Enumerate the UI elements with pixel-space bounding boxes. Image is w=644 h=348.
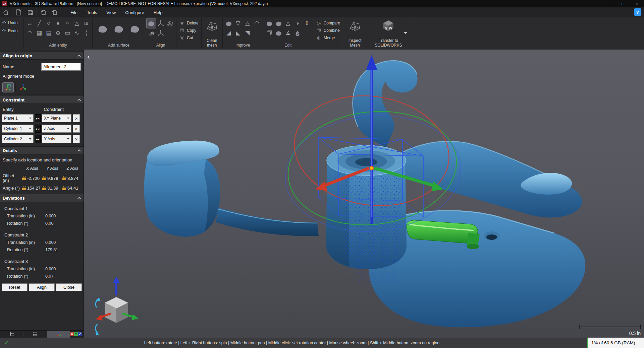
arc-tool-icon[interactable]: ◠ [25,28,35,38]
edit-copy-entities-icon[interactable] [265,28,274,38]
menu-tools[interactable]: Tools [82,7,102,17]
align-button[interactable]: Align [29,283,55,291]
decimate-tool-icon[interactable]: ▽ [233,18,243,28]
flip-direction-button-1[interactable]: ▶◀ [35,114,41,122]
mode-surfaces-button[interactable] [3,83,13,92]
tab-list-view[interactable] [23,331,47,338]
tab-tree-view[interactable] [0,331,23,338]
menu-view[interactable]: View [102,7,120,17]
transfer-solidworks-button[interactable]: Transfer toSOLIDWORKS [368,18,409,48]
lock-icon[interactable] [22,178,26,180]
dimension-tool-icon[interactable]: ↔ [25,18,35,28]
align-mesh-tool-icon[interactable] [165,18,175,28]
remove-constraint-button-3[interactable]: × [73,135,80,143]
sphere-tool-icon[interactable]: ⊕ [53,28,63,38]
offset-x-value: -2.720 [27,176,40,181]
menu-help[interactable]: Help [149,7,167,17]
menu-configure[interactable]: Configure [120,7,149,17]
align-grid-axis-tool-icon[interactable] [156,28,165,38]
improve-surface-icon[interactable] [224,18,233,28]
new-session-icon[interactable] [13,8,24,17]
close-panel-button[interactable]: Close [56,283,82,291]
constraint-select-3[interactable]: Y Axis [42,135,71,143]
line-tool-icon[interactable]: ╱ [35,18,44,28]
smooth-curve-icon[interactable]: ◠ [252,18,262,28]
transfer-dropdown-icon[interactable] [404,32,407,36]
surface-manual-icon[interactable] [112,22,125,35]
entity-select-1[interactable]: Plane 1 [2,114,34,122]
menu-file[interactable]: File [66,7,82,17]
surface-wizard-icon[interactable] [96,22,109,35]
lock-icon[interactable] [22,188,26,190]
curve-tool-icon[interactable]: ∿ [72,28,82,38]
3d-scene-canvas[interactable]: 0.5 in [84,50,644,338]
help-bubble-button[interactable]: ? [634,8,641,16]
import-session-icon[interactable] [38,8,49,17]
rectangle-tool-icon[interactable]: ▭ [63,28,72,38]
lock-icon[interactable] [62,188,66,190]
home-button[interactable] [0,8,11,17]
surface-auto-icon[interactable] [128,22,142,35]
viewport-3d[interactable]: 0.5 in [84,50,644,338]
remove-constraint-button-1[interactable]: × [73,114,80,122]
tab-alignment-view[interactable] [47,331,70,338]
align-arrows-tool-icon[interactable] [147,28,156,38]
constraint-select-1[interactable]: XY Plane [42,114,71,122]
remove-constraint-button-2[interactable]: × [73,125,80,133]
planes-tool-icon[interactable]: ≋ [82,18,91,28]
fill-partial-icon[interactable]: ◣ [233,28,243,38]
lock-icon[interactable] [62,178,66,180]
lock-icon[interactable] [42,178,46,180]
close-button[interactable]: × [630,0,644,7]
panel-collapse-button[interactable] [87,54,91,60]
section-header-deviations[interactable]: Deviations [0,194,84,202]
merge-button[interactable]: ⊕ Merge [315,34,341,41]
refine-tool-icon[interactable]: △ [243,18,252,28]
mode-axes-button[interactable] [18,83,29,92]
alignment-name-input[interactable]: Alignment 2 [41,63,81,71]
entity-select-2[interactable]: Cylinder 1 [2,125,34,133]
edit-offset-icon[interactable]: ⇕ [302,18,312,28]
flip-direction-button-3[interactable]: ▶◀ [35,135,41,143]
grid-tool-icon[interactable]: ▦ [35,28,44,38]
section-header-details[interactable]: Details [0,146,84,154]
lock-icon[interactable] [42,188,46,190]
circle-tool-icon[interactable]: ○ [44,18,53,28]
entity-select-3[interactable]: Cylinder 2 [2,135,34,143]
delete-button[interactable]: Delete [178,20,200,26]
edit-waterproof-icon[interactable] [293,28,302,38]
fill-bridge-icon[interactable]: ◥ [243,28,252,38]
flip-direction-button-2[interactable]: ▶◀ [35,125,41,133]
polyline-tool-icon[interactable]: ⟨ [82,28,91,38]
section-header-constraint[interactable]: Constraint [0,96,84,104]
minimize-button[interactable]: ─ [602,0,616,7]
compare-button[interactable]: ◎ Compare [315,20,341,26]
ellipse-tool-icon[interactable]: ○ [63,20,72,27]
align-triad-tool-icon[interactable] [156,18,165,28]
clean-mesh-button[interactable]: Cleanmesh [203,18,221,48]
copy-button[interactable]: Copy [178,27,200,34]
edit-mirror-icon[interactable]: ◑ [293,18,302,28]
section-header-align-to-origin[interactable]: Align to origin [0,52,84,60]
redo-button[interactable]: ↷ Redo [2,28,23,33]
cone-tool-icon[interactable]: △ [72,18,82,28]
fill-quarter-icon[interactable]: ◢ [224,28,233,38]
cylinder-tool-icon[interactable]: ▤ [44,28,53,38]
cut-button[interactable]: Cut [178,34,200,41]
undo-button[interactable]: ↶ Undo [2,20,23,25]
edit-triangle-icon[interactable]: △ [283,18,293,28]
edit-surface-icon[interactable] [265,18,274,28]
edit-extend-icon[interactable] [274,28,283,38]
maximize-button[interactable]: □ [616,0,630,7]
point-tool-icon[interactable]: ● [53,18,63,28]
edit-angle-icon[interactable]: ∡ [283,28,293,38]
reset-button[interactable]: Reset [2,283,28,291]
save-session-icon[interactable] [24,8,36,17]
export-session-icon[interactable] [49,8,60,17]
inspect-mesh-button[interactable]: InspectMesh [344,18,365,48]
combine-button[interactable]: Combine [315,27,341,34]
origin-point[interactable] [370,166,374,170]
align-to-origin-tool-icon[interactable] [147,18,156,28]
edit-patch-icon[interactable] [274,18,283,28]
constraint-select-2[interactable]: Z Axis [42,125,71,133]
